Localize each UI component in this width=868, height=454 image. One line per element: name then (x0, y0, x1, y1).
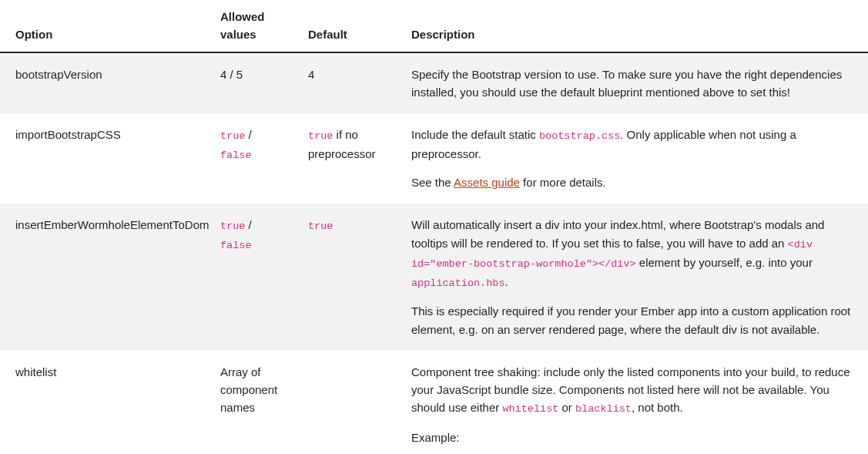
option-name: importBootstrapCSS (0, 113, 205, 203)
assets-guide-link[interactable]: Assets guide (454, 176, 520, 189)
default-value: 4 (293, 52, 396, 114)
code-false: false (220, 240, 252, 251)
description-text: This is especially required if you rende… (411, 302, 860, 338)
description-text: Include the default static bootstrap.css… (411, 126, 860, 163)
allowed-values: Array of component names (205, 351, 293, 454)
table-row: whitelist Array of component names Compo… (0, 351, 868, 454)
description-text: Component tree shaking: include only the… (411, 363, 860, 418)
allowed-values: true / false (205, 113, 293, 203)
description-text: Specify the Bootstrap version to use. To… (411, 66, 860, 102)
allowed-sep: / (245, 128, 251, 141)
default-value (293, 351, 396, 454)
allowed-sep: / (245, 218, 251, 231)
header-allowed: Allowed values (205, 0, 293, 52)
description-cell: Specify the Bootstrap version to use. To… (396, 52, 868, 114)
code-term: blacklist (575, 403, 632, 415)
allowed-values: true / false (205, 203, 293, 351)
header-row: Option Allowed values Default Descriptio… (0, 0, 868, 52)
code-term: whitelist (502, 403, 558, 415)
option-name: whitelist (0, 351, 205, 454)
header-description: Description (396, 0, 868, 52)
code-true: true (308, 220, 333, 232)
description-cell: Will automatically insert a div into you… (396, 203, 868, 351)
code-true: true (220, 220, 245, 232)
code-true: true (220, 130, 245, 142)
option-name: bootstrapVersion (0, 52, 205, 114)
example-label: Example: (411, 429, 860, 446)
options-table: Option Allowed values Default Descriptio… (0, 0, 868, 454)
header-default: Default (293, 0, 396, 52)
description-text: Will automatically insert a div into you… (411, 216, 860, 291)
default-value: true (293, 203, 396, 351)
description-cell: Component tree shaking: include only the… (396, 351, 868, 454)
code-false: false (220, 150, 252, 161)
description-cell: Include the default static bootstrap.css… (396, 113, 868, 203)
table-row: importBootstrapCSS true / false true if … (0, 113, 868, 203)
default-value: true if no preprocessor (293, 113, 396, 203)
allowed-values: 4 / 5 (205, 52, 293, 114)
table-row: bootstrapVersion 4 / 5 4 Specify the Boo… (0, 52, 868, 114)
code-filename: bootstrap.css (539, 130, 620, 142)
header-option: Option (0, 0, 205, 52)
description-text: See the Assets guide for more details. (411, 173, 860, 191)
code-filename: application.hbs (411, 277, 505, 289)
table-row: insertEmberWormholeElementToDom true / f… (0, 203, 868, 351)
option-name: insertEmberWormholeElementToDom (0, 203, 205, 351)
code-true: true (308, 130, 333, 142)
